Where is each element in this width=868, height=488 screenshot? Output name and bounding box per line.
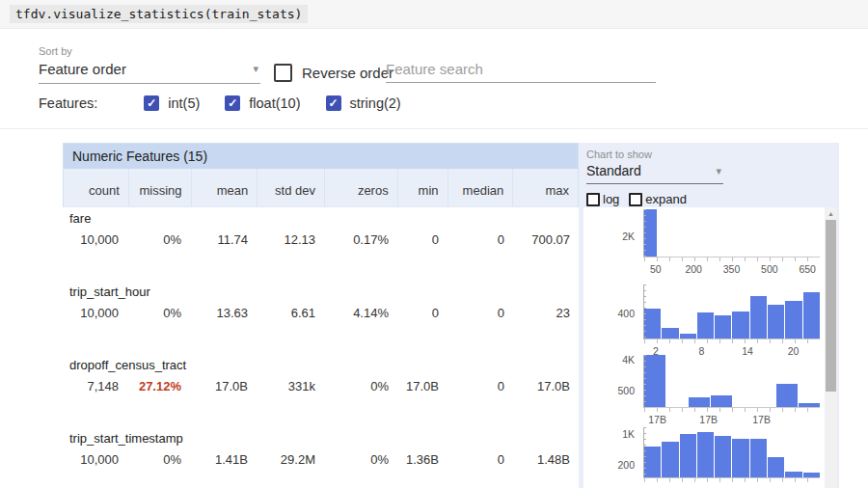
reverse-order-label: Reverse order [302,65,393,81]
code-text[interactable]: tfdv.visualize_statistics(train_stats) [10,5,308,23]
chevron-down-icon: ▾ [253,63,258,75]
feature-name: fare [63,211,579,230]
stat-value: 0 [397,306,448,320]
stat-value: 12.13 [257,232,324,247]
feature-type-filters: Features: ✓ int(5) ✓ float(10) ✓ string(… [39,95,426,111]
stat-value: 4.14% [324,306,397,320]
filter-int-label: int(5) [168,95,200,111]
stat-value: 0 [448,306,513,320]
stat-value: 6.61 [257,306,324,320]
stat-value: 1.36B [397,452,448,467]
sort-by-select[interactable]: Sort by Feature order ▾ [39,45,260,84]
table-row: trip_start_timestamp 10,000 0% 1.41B 29.… [63,427,579,488]
chart-panel: Chart to show Standard ▾ log expand 2K [579,143,839,488]
tfdv-statistics-widget: tfdv.visualize_statistics(train_stats) S… [0,0,868,488]
expand-label: expand [645,192,687,206]
filter-string-checkbox[interactable]: ✓ string(2) [326,95,401,111]
check-icon: ✓ [326,95,341,111]
stat-value: 10,000 [63,306,127,320]
histogram-plot [643,285,820,339]
stat-value: 13.63 [190,306,257,320]
chart-type-value: Standard [586,163,641,178]
stat-value: 0 [448,232,513,247]
stat-value: 17.0B [513,379,579,393]
stat-value: 0.17% [324,232,397,247]
y-axis-labels: 2K [583,209,639,258]
y-axis-labels: 1K200 [583,427,639,478]
stat-value: 331k [257,379,324,393]
code-cell[interactable]: tfdv.visualize_statistics(train_stats) [0,0,868,29]
stat-value: 17.0B [397,379,448,393]
stat-value: 7,148 [63,379,127,393]
checkbox-unchecked-icon [586,193,600,206]
checkbox-unchecked-icon [629,193,642,206]
table-title: Numeric Features (15) [63,143,579,169]
histogram-plot [643,427,820,478]
column-header-count: count [64,169,128,206]
stat-value: 0 [448,452,513,467]
x-axis-labels: 50200350500650 [643,263,820,277]
x-axis-labels: 17B17B17B [643,414,820,427]
stat-value: 23 [513,306,579,320]
histogram-plot [643,355,820,408]
scrollbar[interactable]: ▲ [825,207,837,488]
table-column-headers: count missing mean std dev zeros min med… [63,169,579,207]
x-axis-labels [643,484,820,488]
stat-value: 0 [448,379,513,393]
feature-name: dropoff_census_tract [63,358,579,376]
stat-value: 0% [127,452,190,467]
table-row: dropoff_census_tract 7,148 27.12% 17.0B … [63,354,579,427]
scroll-up-icon[interactable]: ▲ [825,207,837,219]
feature-name: trip_start_hour [63,285,579,303]
features-label: Features: [39,95,97,111]
stat-value: 10,000 [63,452,127,467]
y-axis-labels: 4K500 [583,355,639,408]
stat-value: 0% [324,379,397,393]
column-header-stddev: std dev [257,169,324,206]
column-header-zeros: zeros [324,169,397,206]
stat-value: 0% [127,232,190,247]
feature-search-input[interactable] [386,56,656,83]
stat-value: 17.0B [190,379,257,393]
numeric-features-table: Numeric Features (15) count missing mean… [63,143,579,488]
filter-int-checkbox[interactable]: ✓ int(5) [144,95,200,111]
stat-value: 700.07 [513,232,579,247]
feature-name: trip_start_timestamp [63,431,579,449]
stat-value-missing-alert: 27.12% [127,379,190,393]
chevron-down-icon: ▾ [716,165,721,177]
log-label: log [603,192,619,206]
chart-type-select[interactable]: Standard ▾ [586,160,723,184]
reverse-order-checkbox[interactable]: Reverse order [274,64,393,82]
stat-value: 0% [324,452,397,467]
table-row: trip_start_hour 10,000 0% 13.63 6.61 4.1… [63,281,579,354]
divider [0,128,868,129]
check-icon: ✓ [144,95,159,111]
column-header-min: min [397,169,448,206]
table-row: fare 10,000 0% 11.74 12.13 0.17% 0 0 700… [63,207,579,281]
sort-by-label: Sort by [39,45,260,57]
check-icon: ✓ [225,95,240,111]
scrollbar-thumb[interactable] [826,220,836,392]
column-header-missing: missing [128,169,191,206]
log-checkbox[interactable]: log [586,192,619,206]
checkbox-unchecked-icon [274,64,292,82]
expand-checkbox[interactable]: expand [629,192,687,206]
filter-string-label: string(2) [350,95,401,111]
sort-by-value: Feature order [39,61,126,77]
histogram-charts: 2K 50200350500650 400 281420 4K500 17B17… [583,207,825,488]
filter-float-label: float(10) [249,95,300,111]
stat-value: 29.2M [257,452,324,467]
column-header-median: median [448,169,513,206]
stat-value: 0% [127,306,190,320]
stat-value: 1.41B [190,452,257,467]
chart-to-show-label: Chart to show [586,149,731,160]
feature-search [386,56,656,83]
y-axis-labels: 400 [583,285,639,339]
filter-float-checkbox[interactable]: ✓ float(10) [225,95,300,111]
column-header-max: max [512,169,578,206]
stat-value: 10,000 [63,232,127,247]
stat-value: 0 [397,232,448,247]
column-header-mean: mean [191,169,258,206]
stat-value: 11.74 [190,232,257,247]
histogram-plot [643,209,820,258]
